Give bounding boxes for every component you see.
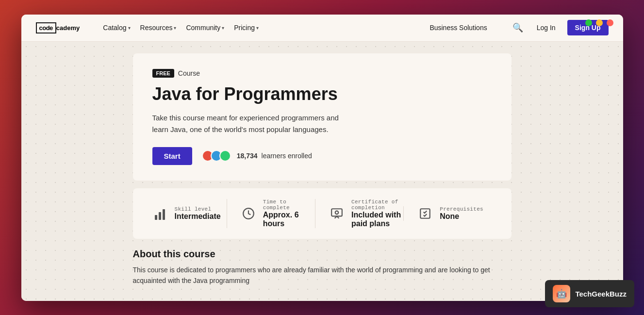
traffic-light-yellow[interactable] (596, 19, 603, 26)
svg-point-2 (335, 211, 339, 214)
learners-info: 18,734 learners enrolled (202, 150, 312, 162)
brand-name: TechGeekBuzz (575, 290, 627, 298)
clock-icon (241, 207, 256, 220)
bar1 (155, 215, 157, 220)
learners-suffix: learners enrolled (262, 152, 312, 160)
brand-emoji: 🤖 (556, 288, 567, 299)
nav-business-solutions[interactable]: Business Solutions (426, 22, 491, 33)
time-label: Time to complete (263, 199, 315, 211)
skill-value: Intermediate (175, 212, 221, 221)
main-content: Free Course Java for Programmers Take th… (21, 42, 623, 301)
certificate-icon (329, 207, 345, 220)
logo-code: code (39, 24, 53, 32)
svg-rect-1 (331, 209, 342, 216)
free-badge: Free (152, 69, 174, 78)
pricing-label: Pricing (234, 24, 255, 32)
about-text: This course is dedicated to programmers … (133, 265, 512, 286)
nav-community[interactable]: Community ▾ (182, 22, 228, 33)
search-button[interactable]: 🔍 (511, 20, 525, 35)
brand-badge: 🤖 TechGeekBuzz (545, 280, 634, 307)
prerequisites-icon (417, 207, 433, 220)
course-type-label: Course (178, 69, 200, 77)
nav-pricing[interactable]: Pricing ▾ (230, 22, 263, 33)
community-label: Community (186, 24, 220, 32)
skill-label: Skill level (175, 206, 221, 212)
navbar: code cademy Catalog ▾ Resources ▾ Commun… (21, 15, 623, 42)
search-icon: 🔍 (512, 23, 523, 33)
learners-count: 18,734 (237, 152, 258, 160)
traffic-light-green[interactable] (585, 19, 592, 26)
start-button[interactable]: Start (152, 147, 192, 165)
stat-prerequisites: Prerequisites None (403, 206, 492, 221)
stat-certificate: Certificate of completion Included with … (315, 199, 403, 228)
traffic-light-red[interactable] (607, 19, 613, 26)
learner-avatars (202, 150, 228, 162)
bar2 (159, 212, 161, 220)
logo-box: code (36, 22, 56, 33)
cert-label: Certificate of completion (351, 199, 403, 211)
logo[interactable]: code cademy (36, 22, 80, 33)
logo-suffix: cademy (56, 24, 80, 32)
catalog-chevron-icon: ▾ (128, 25, 131, 31)
stat-skill-text: Skill level Intermediate (175, 206, 221, 221)
log-in-button[interactable]: Log In (531, 21, 561, 34)
about-title: About this course (133, 249, 512, 260)
stat-prereq-text: Prerequisites None (440, 206, 483, 221)
svg-rect-3 (421, 209, 430, 218)
title-bar (585, 19, 613, 26)
nav-links: Catalog ▾ Resources ▾ Community ▾ Pricin… (99, 22, 491, 33)
resources-label: Resources (140, 24, 173, 32)
bar3 (163, 209, 165, 220)
avatar-3 (219, 150, 231, 162)
catalog-label: Catalog (103, 24, 126, 32)
bar-chart-icon (152, 207, 168, 220)
stat-time-text: Time to complete Approx. 6 hours (263, 199, 315, 228)
course-card: Free Course Java for Programmers Take th… (133, 53, 512, 181)
about-section: About this course This course is dedicat… (133, 249, 512, 296)
course-description: Take this course meant for experienced p… (152, 112, 356, 135)
stat-cert-text: Certificate of completion Included with … (351, 199, 403, 228)
brand-icon: 🤖 (553, 285, 570, 302)
badge-row: Free Course (152, 69, 492, 78)
resources-chevron-icon: ▾ (174, 25, 176, 31)
stat-skill-level: Skill level Intermediate (152, 206, 227, 221)
stat-time: Time to complete Approx. 6 hours (227, 199, 315, 228)
stats-bar: Skill level Intermediate Time to complet… (133, 188, 512, 239)
cert-value: Included with paid plans (351, 211, 403, 228)
browser-window: code cademy Catalog ▾ Resources ▾ Commun… (21, 15, 623, 301)
community-chevron-icon: ▾ (222, 25, 224, 31)
pricing-chevron-icon: ▾ (256, 25, 259, 31)
nav-catalog[interactable]: Catalog ▾ (99, 22, 134, 33)
course-title: Java for Programmers (152, 83, 492, 104)
time-value: Approx. 6 hours (263, 211, 315, 228)
prereq-label: Prerequisites (440, 206, 483, 212)
nav-resources[interactable]: Resources ▾ (136, 22, 181, 33)
prereq-value: None (440, 212, 483, 221)
course-actions: Start 18,734 learners enrolled (152, 147, 492, 165)
